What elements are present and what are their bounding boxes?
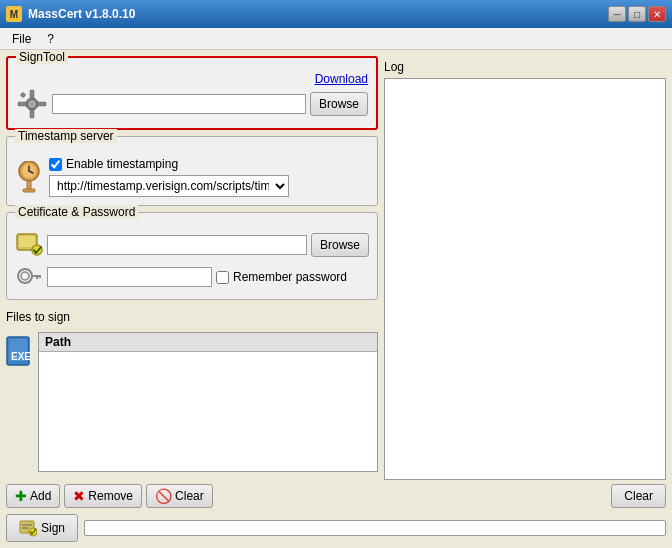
add-icon: ✚ bbox=[15, 488, 27, 504]
clear-files-icon: 🚫 bbox=[155, 488, 172, 504]
clear-log-button[interactable]: Clear bbox=[611, 484, 666, 508]
right-panel: Log Clear bbox=[384, 56, 666, 508]
log-group: Log bbox=[384, 56, 666, 480]
files-table-header: Path bbox=[39, 333, 377, 352]
svg-point-18 bbox=[21, 272, 29, 280]
minimize-button[interactable]: ─ bbox=[608, 6, 626, 22]
main-window: SignTool Download bbox=[0, 50, 672, 548]
window-controls: ─ □ ✕ bbox=[608, 6, 666, 22]
app-icon: M bbox=[6, 6, 22, 22]
timestamp-group: Timestamp server bbox=[6, 136, 378, 206]
files-section: Files to sign EXE Path bbox=[6, 306, 378, 508]
log-label: Log bbox=[384, 60, 666, 74]
menu-file[interactable]: File bbox=[4, 30, 39, 48]
enable-timestamping-checkbox[interactable] bbox=[49, 158, 62, 171]
progress-bar bbox=[84, 520, 666, 536]
tool-icon-svg bbox=[16, 88, 48, 120]
files-table-body bbox=[39, 352, 377, 356]
files-table: Path bbox=[38, 332, 378, 472]
left-panel: SignTool Download bbox=[6, 56, 378, 508]
clock-icon-svg bbox=[15, 161, 43, 193]
log-textarea[interactable] bbox=[384, 78, 666, 480]
svg-rect-15 bbox=[19, 236, 35, 247]
menu-help[interactable]: ? bbox=[39, 30, 62, 48]
timestamp-icon bbox=[15, 161, 43, 193]
svg-rect-3 bbox=[18, 102, 26, 106]
certificate-group: Cetificate & Password Browse bbox=[6, 212, 378, 300]
cert-icon-svg bbox=[15, 232, 43, 258]
certificate-browse-button[interactable]: Browse bbox=[311, 233, 369, 257]
certificate-icon bbox=[15, 231, 43, 259]
remember-password-checkbox[interactable] bbox=[216, 271, 229, 284]
key-icon-svg bbox=[15, 264, 43, 290]
exe-file-icon: EXE bbox=[6, 336, 34, 373]
svg-rect-4 bbox=[38, 102, 46, 106]
app-title: MassCert v1.8.0.10 bbox=[28, 7, 135, 21]
maximize-button[interactable]: □ bbox=[628, 6, 646, 22]
svg-rect-5 bbox=[20, 92, 26, 98]
signtool-label: SignTool bbox=[16, 50, 68, 64]
password-input[interactable] bbox=[47, 267, 212, 287]
remove-icon: ✖ bbox=[73, 488, 85, 504]
remove-file-button[interactable]: ✖ Remove bbox=[64, 484, 142, 508]
enable-timestamping-label: Enable timestamping bbox=[66, 157, 178, 171]
signtool-group: SignTool Download bbox=[6, 56, 378, 130]
menu-bar: File ? bbox=[0, 28, 672, 50]
svg-point-17 bbox=[18, 269, 32, 283]
download-link[interactable]: Download bbox=[315, 72, 368, 86]
clear-files-button[interactable]: 🚫 Clear bbox=[146, 484, 213, 508]
add-file-button[interactable]: ✚ Add bbox=[6, 484, 60, 508]
files-label: Files to sign bbox=[6, 310, 378, 324]
remember-password-label: Remember password bbox=[233, 270, 347, 284]
svg-text:EXE: EXE bbox=[11, 351, 31, 362]
log-bottom-row: Clear bbox=[384, 484, 666, 508]
sign-button[interactable]: Sign bbox=[6, 514, 78, 542]
signtool-icon bbox=[16, 88, 48, 120]
svg-rect-2 bbox=[30, 110, 34, 118]
signtool-browse-button[interactable]: Browse bbox=[310, 92, 368, 116]
close-button[interactable]: ✕ bbox=[648, 6, 666, 22]
certificate-label: Cetificate & Password bbox=[15, 205, 138, 219]
signtool-path-input[interactable] bbox=[52, 94, 306, 114]
timestamp-label: Timestamp server bbox=[15, 129, 117, 143]
svg-point-7 bbox=[30, 102, 34, 106]
sign-row: Sign bbox=[6, 514, 666, 542]
file-action-buttons: ✚ Add ✖ Remove 🚫 Clear bbox=[6, 484, 378, 508]
svg-rect-1 bbox=[30, 90, 34, 98]
svg-rect-13 bbox=[23, 189, 35, 192]
sign-button-icon bbox=[19, 519, 37, 537]
password-icon bbox=[15, 263, 43, 291]
exe-icon-svg: EXE bbox=[6, 336, 34, 370]
title-bar: M MassCert v1.8.0.10 ─ □ ✕ bbox=[0, 0, 672, 28]
certificate-path-input[interactable] bbox=[47, 235, 307, 255]
timestamp-server-dropdown[interactable]: http://timestamp.verisign.com/scripts/ti… bbox=[49, 175, 289, 197]
